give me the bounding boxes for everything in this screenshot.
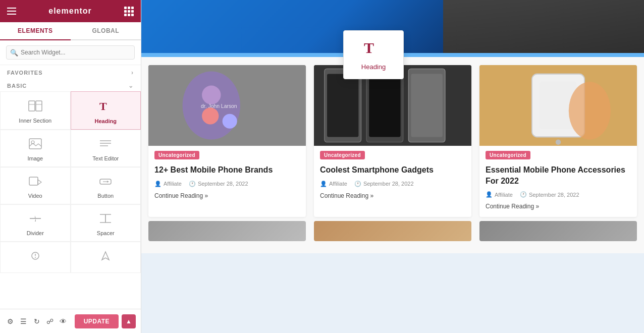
- svg-point-30: [223, 114, 237, 129]
- basic-chevron-icon: ⌄: [128, 82, 134, 89]
- basic-section-label[interactable]: BASIC ⌄: [0, 78, 141, 91]
- svg-text:T: T: [99, 100, 107, 112]
- update-button[interactable]: UPDATE: [75, 314, 119, 328]
- card-1-meta: 👤 Affiliate 🕐 September 28, 2022: [154, 181, 300, 187]
- svg-rect-36: [369, 74, 400, 137]
- left-panel: elementor ELEMENTS GLOBAL 🔍 FAVORITES › …: [0, 0, 141, 333]
- date-icon: 🕐: [189, 181, 196, 187]
- svg-text:dr. John Larson: dr. John Larson: [201, 103, 237, 109]
- svg-rect-37: [411, 74, 442, 137]
- favorites-section-label[interactable]: FAVORITES ›: [0, 65, 141, 78]
- main-area: T Heading dr. John Larson Uncategori: [141, 0, 644, 333]
- card-3-title: Essential Mobile Phone Accessories For 2…: [486, 164, 631, 186]
- author-icon-2: 👤: [320, 181, 327, 187]
- card-1-title: 12+ Best Mobile Phone Brands: [154, 164, 300, 176]
- favorites-chevron-icon: ›: [131, 69, 134, 76]
- card-3: Uncategorized Essential Mobile Phone Acc…: [479, 65, 637, 217]
- widget-button[interactable]: Button: [71, 167, 141, 204]
- card-3-body: Essential Mobile Phone Accessories For 2…: [479, 159, 637, 217]
- widget-divider[interactable]: Divider: [0, 204, 71, 242]
- cards-row-2: [144, 221, 641, 245]
- tab-global[interactable]: GLOBAL: [71, 22, 141, 39]
- preview-button[interactable]: 👁: [58, 314, 68, 329]
- svg-point-42: [569, 82, 611, 139]
- widget-video-label: Video: [28, 193, 42, 199]
- cards-row: dr. John Larson Uncategorized 12+ Best M…: [144, 57, 641, 221]
- svg-marker-11: [38, 180, 41, 185]
- widget-button-label: Button: [97, 193, 114, 199]
- card-3-read-more[interactable]: Continue Reading »: [486, 203, 631, 210]
- search-bar-wrap: 🔍: [6, 45, 135, 60]
- svg-point-23: [35, 257, 36, 258]
- svg-rect-0: [29, 101, 35, 111]
- card-1-read-more[interactable]: Continue Reading »: [154, 192, 300, 199]
- widget-text-editor[interactable]: Text Editor: [71, 130, 141, 167]
- video-icon: [29, 176, 42, 190]
- widgets-grid: Inner Section T Heading Image Text Edito…: [0, 91, 141, 277]
- button-icon: [99, 176, 112, 190]
- panel-footer: ⚙ ☰ ↻ ☍ 👁 UPDATE ▲: [0, 309, 141, 333]
- text-editor-icon: [99, 138, 112, 152]
- tooltip-label: Heading: [361, 63, 386, 71]
- card-2-read-more[interactable]: Continue Reading »: [320, 192, 465, 199]
- card-stub-3: [479, 221, 637, 241]
- card-1-date: 🕐 September 28, 2022: [189, 181, 248, 187]
- widget-heading[interactable]: T Heading: [71, 91, 141, 130]
- search-icon: 🔍: [10, 49, 18, 57]
- widget-9[interactable]: [0, 242, 71, 273]
- svg-rect-5: [29, 139, 41, 149]
- card-1-author: 👤 Affiliate: [154, 181, 182, 187]
- update-arrow-button[interactable]: ▲: [122, 314, 136, 328]
- card-1-body: 12+ Best Mobile Phone Brands 👤 Affiliate…: [148, 159, 306, 206]
- card-2-badge: Uncategorized: [320, 151, 365, 159]
- card-stub-2: [314, 221, 471, 241]
- layers-button[interactable]: ☰: [18, 314, 28, 329]
- widget-10[interactable]: [71, 242, 141, 273]
- widget-image-label: Image: [27, 155, 43, 161]
- widget-10-icon: [99, 250, 112, 264]
- image-icon: [29, 138, 42, 152]
- date-icon-2: 🕐: [354, 181, 361, 187]
- inner-section-icon: [28, 100, 42, 115]
- responsive-button[interactable]: ☍: [45, 314, 55, 329]
- author-icon-3: 👤: [486, 191, 493, 198]
- card-2: Uncategorized Coolest Smartphone Gadgets…: [314, 65, 471, 217]
- card-2-date: 🕐 September 28, 2022: [354, 181, 414, 187]
- card-3-image: [479, 65, 637, 146]
- widget-inner-section[interactable]: Inner Section: [0, 91, 71, 130]
- author-icon: 👤: [154, 181, 162, 187]
- search-input[interactable]: [6, 45, 135, 60]
- widget-image[interactable]: Image: [0, 130, 71, 167]
- widget-text-editor-label: Text Editor: [92, 155, 119, 161]
- tooltip-heading-icon: T: [364, 39, 383, 60]
- settings-button[interactable]: ⚙: [5, 314, 15, 329]
- panel-header: elementor: [0, 0, 141, 22]
- svg-point-27: [202, 85, 221, 104]
- undo-button[interactable]: ↻: [32, 314, 42, 329]
- tab-elements[interactable]: ELEMENTS: [0, 22, 71, 40]
- svg-rect-35: [327, 74, 358, 137]
- spacer-icon: [99, 213, 112, 227]
- widget-spacer[interactable]: Spacer: [71, 204, 141, 242]
- card-3-badge: Uncategorized: [486, 151, 530, 159]
- card-2-author: 👤 Affiliate: [320, 181, 347, 187]
- heading-tooltip: T Heading: [343, 30, 404, 79]
- widget-divider-label: Divider: [27, 230, 44, 236]
- divider-icon: [29, 213, 42, 227]
- search-bar-container: 🔍: [0, 40, 141, 65]
- svg-marker-16: [35, 215, 36, 218]
- grid-icon[interactable]: [124, 7, 134, 16]
- widget-heading-label: Heading: [95, 118, 117, 124]
- card-1-image: dr. John Larson: [148, 65, 306, 146]
- card-2-title: Coolest Smartphone Gadgets: [320, 164, 465, 176]
- hamburger-icon[interactable]: [7, 8, 16, 15]
- widget-video[interactable]: Video: [0, 167, 71, 204]
- svg-rect-1: [36, 101, 42, 111]
- svg-text:T: T: [364, 39, 374, 56]
- widget-9-icon: [29, 250, 42, 264]
- svg-point-29: [202, 107, 219, 124]
- card-2-meta: 👤 Affiliate 🕐 September 28, 2022: [320, 181, 465, 187]
- cards-section: dr. John Larson Uncategorized 12+ Best M…: [141, 57, 644, 253]
- panel-tabs: ELEMENTS GLOBAL: [0, 22, 141, 40]
- card-2-body: Coolest Smartphone Gadgets 👤 Affiliate 🕐…: [314, 159, 471, 206]
